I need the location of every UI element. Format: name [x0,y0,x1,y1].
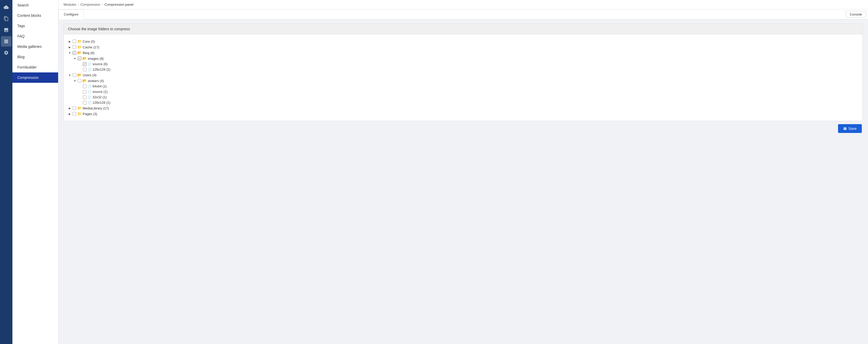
panel-body: ▶ 📁 Core (0) ▶ 📁 Cache (17) ▼ [64,34,863,121]
icon-sidebar [0,0,12,344]
compression-panel: Choose the image folders to compress ▶ 📁… [64,24,863,121]
copy-nav-icon[interactable] [1,13,11,24]
sidebar-item-tags[interactable]: Tags [12,21,58,31]
label-cache: Cache (17) [83,45,99,49]
folder-icon-core: 📁 [77,39,82,44]
tree-item-32x32: 📄 32x32 (1) [68,94,859,100]
label-blog: Blog (8) [83,51,95,55]
expand-medialibrary[interactable]: ▶ [68,106,71,110]
label-source-users: source (1) [92,90,108,94]
tree-item-images: ▼ 📂 images (8) [68,56,859,61]
file-icon-64x64: 📄 [88,85,91,88]
checkbox-users[interactable] [72,73,76,77]
tree-item-avatars: ▼ 📂 avatars (4) [68,78,859,84]
sidebar-item-compression[interactable]: Compression [12,73,58,83]
expand-blog[interactable]: ▼ [68,51,71,55]
tree-item-128x128-blog: 📄 128x128 (2) [68,67,859,72]
panel-title: Choose the image folders to compress [68,27,130,31]
file-icon-source-blog: 📄 [88,62,91,66]
label-64x64: 64x64 (1) [92,84,107,88]
checkbox-128x128-users[interactable] [83,101,87,105]
breadcrumb-sep-2: › [102,3,103,6]
label-128x128-users: 128x128 (1) [92,101,110,105]
image-nav-icon[interactable] [1,25,11,35]
folder-icon-images: 📂 [83,56,87,60]
save-area: Save [64,121,863,136]
folder-icon-avatars: 📂 [83,79,87,83]
tree-item-medialibrary: ▶ 📁 MediaLibrary (17) [68,105,859,111]
file-icon-32x32: 📄 [88,95,91,99]
checkbox-source-users[interactable] [83,90,87,94]
label-users: Users (4) [83,73,96,77]
sidebar-item-content-blocks[interactable]: Content blocks [12,10,58,21]
tree-item-64x64: 📄 64x64 (1) [68,84,859,89]
label-pages: Pages (3) [83,112,97,116]
save-label: Save [848,126,857,131]
expand-images[interactable]: ▼ [73,57,77,60]
label-medialibrary: MediaLibrary (17) [83,106,109,110]
expand-pages[interactable]: ▶ [68,112,71,116]
sidebar-item-search[interactable]: Search [12,0,58,10]
checkbox-source-blog[interactable] [83,62,87,66]
sidebar-item-formbuilder[interactable]: Formbuilder [12,62,58,73]
breadcrumb-modules[interactable]: Modules [64,3,76,6]
breadcrumb-compression-panel: Compression panel [104,3,133,6]
folder-icon-blog: 📂 [77,51,82,55]
breadcrumb: Modules › Compression › Compression pane… [58,0,868,9]
label-avatars: avatars (4) [88,79,104,83]
settings-nav-icon[interactable] [1,48,11,58]
tree-item-blog: ▼ 📂 Blog (8) [68,50,859,56]
tree-item-source-users: 📄 source (1) [68,89,859,94]
expand-users[interactable]: ▼ [68,73,71,77]
checkbox-core[interactable] [72,39,76,43]
save-button[interactable]: Save [838,124,862,133]
expand-avatars[interactable]: ▼ [73,79,77,83]
folder-icon-pages: 📁 [77,112,82,116]
checkbox-cache[interactable] [72,45,76,49]
modules-nav-icon[interactable] [1,36,11,47]
sidebar-item-faq[interactable]: FAQ [12,31,58,41]
save-icon [843,127,847,131]
tabs-bar: Configure Console [58,9,868,20]
checkbox-avatars[interactable] [78,79,82,83]
file-icon-source-users: 📄 [88,90,91,94]
tree-item-128x128-users: 📄 128x128 (1) [68,100,859,105]
folder-icon-medialibrary: 📁 [77,106,82,110]
label-source-blog: source (6) [92,62,108,66]
tabs-left: Configure [58,9,84,19]
label-128x128-blog: 128x128 (2) [92,67,110,71]
content-area: Choose the image folders to compress ▶ 📁… [58,20,868,344]
cloud-nav-icon[interactable] [1,2,11,12]
file-icon-128x128-blog: 📄 [88,68,91,71]
tree-item-users: ▼ 📂 Users (4) [68,72,859,78]
tree-item-cache: ▶ 📁 Cache (17) [68,44,859,50]
label-images: images (8) [88,57,103,60]
breadcrumb-sep-1: › [78,3,79,6]
checkbox-medialibrary[interactable] [72,106,76,110]
label-core: Core (0) [83,39,95,44]
breadcrumb-compression[interactable]: Compression [80,3,100,6]
tree-item-pages: ▶ 📁 Pages (3) [68,111,859,117]
console-button[interactable]: Console [846,11,866,18]
expand-cache[interactable]: ▶ [68,45,71,49]
expand-core[interactable]: ▶ [68,39,71,43]
checkbox-pages[interactable] [72,112,76,116]
sidebar-item-blog[interactable]: Blog [12,52,58,62]
folder-tree: ▶ 📁 Core (0) ▶ 📁 Cache (17) ▼ [68,38,859,117]
panel-header: Choose the image folders to compress [64,24,863,34]
tree-item-source-blog: 📄 source (6) [68,61,859,67]
checkbox-blog[interactable] [72,51,76,55]
tab-configure[interactable]: Configure [58,9,84,20]
checkbox-128x128-blog[interactable] [83,68,87,71]
checkbox-32x32[interactable] [83,95,87,99]
nav-sidebar: Search Content blocks Tags FAQ Media gal… [12,0,58,344]
checkbox-64x64[interactable] [83,85,87,88]
folder-icon-cache: 📁 [77,45,82,49]
folder-icon-users: 📂 [77,73,82,77]
label-32x32: 32x32 (1) [92,95,107,99]
main-content: Modules › Compression › Compression pane… [58,0,868,344]
tree-item-core: ▶ 📁 Core (0) [68,38,859,44]
file-icon-128x128-users: 📄 [88,101,91,105]
sidebar-item-media-galleries[interactable]: Media galleries [12,41,58,52]
checkbox-images[interactable] [78,57,82,60]
